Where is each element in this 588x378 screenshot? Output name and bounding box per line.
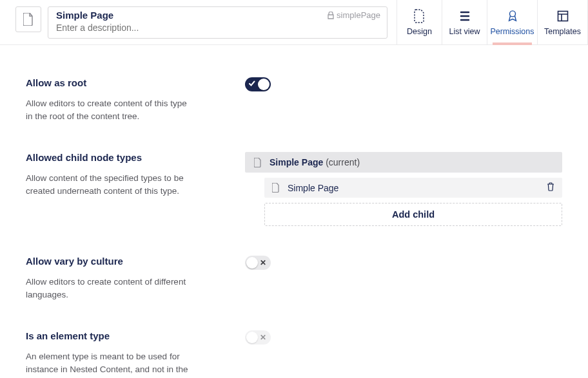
document-icon: [254, 158, 262, 167]
tab-label: Design: [407, 27, 432, 36]
check-icon: [249, 80, 255, 87]
field-desc: Allow editors to create content of this …: [26, 97, 193, 122]
x-icon: ✕: [260, 258, 266, 267]
allow-root-toggle[interactable]: [245, 77, 271, 91]
field-title: Allow as root: [26, 77, 219, 88]
tab-label: List view: [449, 27, 480, 36]
child-name: Simple Page: [288, 183, 539, 193]
editor-body: Allow as root Allow editors to create co…: [0, 45, 588, 378]
svg-rect-1: [558, 11, 567, 21]
header-name-box: Simple Page simplePage: [48, 6, 387, 39]
allowed-children-parent: Simple Page (current): [245, 152, 562, 173]
allowed-children-list: Simple Page Add child: [245, 178, 562, 226]
tab-permissions[interactable]: Permissions: [487, 0, 538, 44]
list-icon: [459, 9, 471, 23]
header-left: Simple Page simplePage: [0, 0, 397, 44]
field-desc: An element type is meant to be used for …: [26, 350, 193, 378]
field-desc: Allow content of the specified types to …: [26, 172, 193, 197]
field-element-type: Is an element type An element type is me…: [26, 319, 562, 378]
layout-icon: [557, 9, 569, 23]
vary-culture-toggle[interactable]: ✕: [245, 256, 271, 270]
parent-name: Simple Page: [270, 157, 323, 167]
element-type-toggle: ✕: [245, 330, 271, 345]
editor-tabs: Design List view Permissions Templates: [397, 0, 588, 44]
svg-point-0: [509, 10, 515, 16]
editor-header: Simple Page simplePage Design List vie: [0, 0, 588, 45]
doctype-name-input[interactable]: Simple Page: [56, 10, 113, 21]
tab-design[interactable]: Design: [397, 0, 442, 44]
add-child-button[interactable]: Add child: [264, 203, 562, 226]
document-icon: [272, 183, 280, 193]
trash-icon: [547, 182, 554, 191]
field-title: Allow vary by culture: [26, 256, 219, 267]
field-title: Is an element type: [26, 330, 219, 341]
field-allowed-children: Allowed child node types Allow content o…: [26, 140, 562, 244]
tab-label: Templates: [544, 27, 581, 36]
file-dashed-icon: [414, 9, 426, 23]
allowed-child-row[interactable]: Simple Page: [264, 178, 562, 198]
tab-templates[interactable]: Templates: [538, 0, 588, 44]
doctype-icon-button[interactable]: [15, 6, 41, 32]
x-icon: ✕: [260, 333, 266, 342]
field-desc: Allow editors to create content of diffe…: [26, 276, 193, 301]
doctype-description-input[interactable]: [56, 21, 380, 33]
parent-suffix: (current): [326, 157, 360, 167]
tab-label: Permissions: [490, 27, 534, 36]
doctype-alias[interactable]: simplePage: [328, 10, 380, 20]
rosette-icon: [507, 9, 518, 23]
field-vary-culture: Allow vary by culture Allow editors to c…: [26, 244, 562, 319]
field-allow-root: Allow as root Allow editors to create co…: [26, 66, 562, 140]
tab-listview[interactable]: List view: [442, 0, 487, 44]
document-icon: [23, 13, 34, 26]
lock-icon: [328, 12, 334, 19]
field-title: Allowed child node types: [26, 152, 219, 163]
permissions-panel: Allow as root Allow editors to create co…: [14, 58, 574, 378]
remove-child-button[interactable]: [547, 182, 554, 193]
